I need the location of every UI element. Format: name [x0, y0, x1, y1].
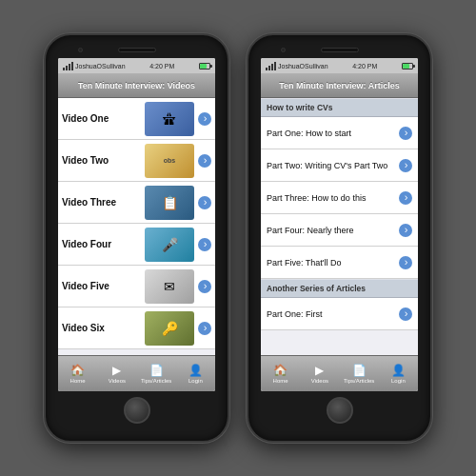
article-title-0-3: Part Four: Nearly there	[267, 226, 399, 235]
tab-label-1: Videos	[109, 378, 126, 384]
tab-icon-2: 📄	[352, 364, 367, 377]
video-list[interactable]: Video One🛣Video TwoobsVideo Three📋Video …	[58, 98, 215, 355]
tab-icon-2: 📄	[149, 364, 164, 377]
nav-bar-videos: Ten Minute Interview: Videos	[58, 73, 215, 98]
phone-top-bar-2	[254, 43, 425, 56]
article-item-0-4[interactable]: Part Five: That'll Do	[261, 247, 418, 279]
article-chevron-0-4[interactable]	[399, 256, 412, 269]
phone-videos: JoshuaOSullivan 4:20 PM Ten Minute Inter…	[44, 33, 229, 443]
home-button-videos[interactable]	[124, 397, 150, 424]
tab-bar-videos: 🏠Home▶Videos📄Tips/Articles👤Login	[58, 355, 215, 391]
section-header-0: How to write CVs	[261, 98, 418, 117]
section-header-text-1: Another Series of Articles	[267, 284, 366, 293]
phone-top-bar	[51, 43, 222, 56]
article-title-0-2: Part Three: How to do this	[267, 193, 399, 203]
signal-bar-1b	[266, 68, 268, 70]
tab-bar-articles: 🏠Home▶Videos📄Tips/Articles👤Login	[261, 355, 418, 391]
chevron-2[interactable]	[198, 154, 211, 168]
tab-label-0: Home	[273, 378, 288, 384]
article-item-0-1[interactable]: Part Two: Writing CV's Part Two	[261, 149, 418, 182]
tab-item-1[interactable]: ▶Videos	[300, 356, 339, 391]
article-chevron-1-0[interactable]	[399, 307, 412, 321]
tab-item-2[interactable]: 📄Tips/Articles	[137, 356, 176, 391]
video-item-4[interactable]: Video Four🎤	[58, 224, 215, 266]
nav-title-articles: Ten Minute Interview: Articles	[279, 81, 400, 90]
chevron-5[interactable]	[198, 280, 211, 293]
tab-item-0[interactable]: 🏠Home	[261, 356, 300, 391]
video-item-3[interactable]: Video Three📋	[58, 182, 215, 224]
article-chevron-0-0[interactable]	[399, 127, 412, 140]
tab-item-2[interactable]: 📄Tips/Articles	[340, 356, 379, 391]
section-header-1: Another Series of Articles	[261, 279, 418, 298]
chevron-1[interactable]	[198, 112, 211, 126]
tab-label-3: Login	[188, 378, 203, 384]
article-chevron-0-3[interactable]	[399, 224, 412, 237]
video-item-6[interactable]: Video Six🔑	[58, 307, 215, 349]
video-thumb-1: 🛣	[145, 102, 194, 136]
status-bar: JoshuaOSullivan 4:20 PM	[58, 58, 215, 73]
tab-label-2: Tips/Articles	[141, 378, 171, 384]
tab-icon-1: ▶	[112, 364, 121, 377]
video-thumb-3: 📋	[145, 186, 194, 220]
tab-label-0: Home	[70, 378, 86, 384]
screen-articles: JoshuaOSullivan 4:20 PM Ten Minute Inter…	[261, 58, 418, 391]
screen-videos: JoshuaOSullivan 4:20 PM Ten Minute Inter…	[58, 58, 215, 391]
tab-item-3[interactable]: 👤Login	[176, 356, 215, 391]
tab-label-1: Videos	[311, 378, 328, 384]
tab-item-1[interactable]: ▶Videos	[97, 356, 136, 391]
video-title-5: Video Five	[62, 281, 141, 291]
status-bar-2: JoshuaOSullivan 4:20 PM	[261, 58, 418, 73]
chevron-4[interactable]	[198, 238, 211, 251]
tab-label-2: Tips/Articles	[344, 378, 374, 384]
status-left-2: JoshuaOSullivan	[266, 62, 328, 70]
front-camera	[78, 48, 83, 52]
article-item-0-3[interactable]: Part Four: Nearly there	[261, 214, 418, 247]
video-title-2: Video Two	[62, 155, 141, 166]
speaker-2	[321, 48, 359, 52]
section-header-text-0: How to write CVs	[267, 103, 332, 112]
video-item-1[interactable]: Video One🛣	[58, 98, 215, 140]
nav-title-videos: Ten Minute Interview: Videos	[78, 81, 195, 90]
article-chevron-0-2[interactable]	[399, 191, 412, 205]
tab-item-3[interactable]: 👤Login	[379, 356, 418, 391]
tab-icon-1: ▶	[315, 364, 324, 377]
signal-bars	[63, 62, 73, 70]
battery-2	[402, 63, 413, 69]
video-thumb-4: 🎤	[145, 228, 194, 262]
signal-bar-1	[63, 68, 65, 70]
carrier-label: JoshuaOSullivan	[75, 63, 126, 69]
phone-articles: JoshuaOSullivan 4:20 PM Ten Minute Inter…	[247, 33, 432, 443]
article-title-1-0: Part One: First	[267, 309, 399, 319]
video-item-2[interactable]: Video Twoobs	[58, 140, 215, 182]
nav-bar-articles: Ten Minute Interview: Articles	[261, 73, 418, 98]
signal-bar-4b	[274, 62, 276, 70]
battery	[199, 63, 210, 69]
status-right-2	[402, 63, 413, 69]
article-title-0-4: Part Five: That'll Do	[267, 258, 399, 268]
article-list[interactable]: How to write CVsPart One: How to startPa…	[261, 98, 418, 355]
chevron-6[interactable]	[198, 322, 211, 335]
battery-fill-2	[403, 64, 410, 69]
tab-icon-0: 🏠	[273, 364, 288, 377]
video-title-1: Video One	[62, 113, 141, 124]
video-item-5[interactable]: Video Five✉	[58, 266, 215, 307]
video-title-3: Video Three	[62, 197, 141, 208]
article-item-0-2[interactable]: Part Three: How to do this	[261, 182, 418, 214]
tab-label-3: Login	[391, 378, 406, 384]
front-camera-2	[281, 48, 286, 52]
video-thumb-2: obs	[145, 144, 194, 178]
video-thumb-6: 🔑	[145, 311, 194, 346]
tab-item-0[interactable]: 🏠Home	[58, 356, 97, 391]
signal-bar-2	[66, 66, 68, 70]
article-item-1-0[interactable]: Part One: First	[261, 298, 418, 330]
signal-bars-2	[266, 62, 276, 70]
article-chevron-0-1[interactable]	[399, 159, 412, 172]
home-button-articles[interactable]	[327, 397, 353, 424]
video-title-6: Video Six	[62, 323, 141, 333]
chevron-3[interactable]	[198, 196, 211, 209]
article-item-0-0[interactable]: Part One: How to start	[261, 117, 418, 149]
status-left: JoshuaOSullivan	[63, 62, 126, 70]
signal-bar-2b	[268, 66, 270, 70]
signal-bar-4	[71, 62, 73, 70]
tab-icon-3: 👤	[391, 364, 406, 377]
